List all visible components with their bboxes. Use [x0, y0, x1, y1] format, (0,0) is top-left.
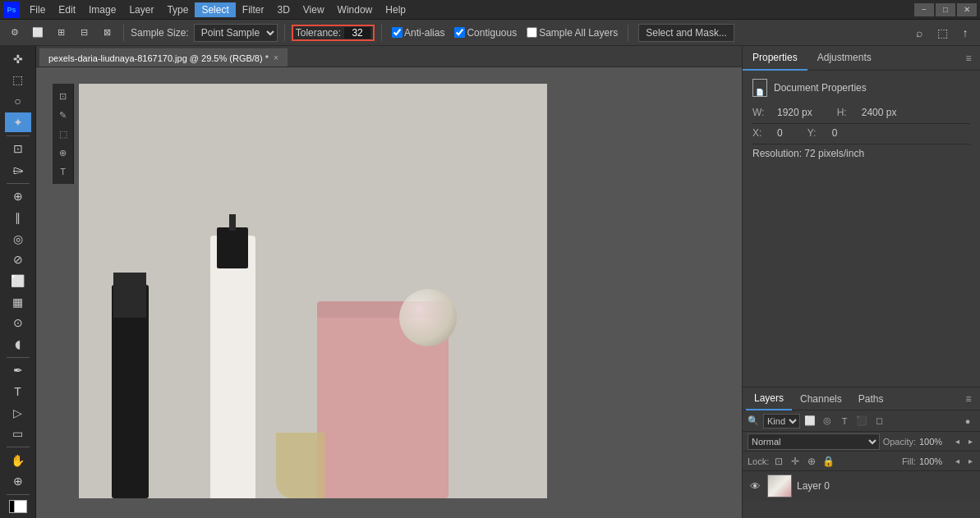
opacity-increase[interactable]: ▸: [965, 437, 975, 447]
tab-properties[interactable]: Properties: [743, 46, 807, 71]
tolerance-input[interactable]: [344, 27, 370, 39]
search-icon: 🔍: [748, 415, 759, 426]
menu-bar: Ps File Edit Image Layer Type Select Fil…: [0, 0, 980, 20]
tool-type[interactable]: T: [5, 382, 31, 401]
menu-window[interactable]: Window: [331, 2, 380, 17]
menu-edit[interactable]: Edit: [52, 2, 82, 17]
opacity-label: Opacity:: [883, 437, 916, 447]
tool-marquee[interactable]: ⬚: [5, 71, 31, 90]
fill-decrease[interactable]: ◂: [952, 456, 962, 466]
properties-menu-button[interactable]: ≡: [960, 50, 977, 66]
fill-increase[interactable]: ▸: [965, 456, 975, 466]
contiguous-label[interactable]: Contiguous: [467, 27, 517, 39]
subtract-selection-button[interactable]: ⊟: [74, 23, 94, 43]
menu-layer[interactable]: Layer: [122, 2, 160, 17]
menu-image[interactable]: Image: [82, 2, 122, 17]
canvas-strip-btn-5[interactable]: T: [54, 163, 72, 181]
decorative-ball: [399, 289, 457, 346]
select-mask-button[interactable]: Select and Mask...: [638, 24, 734, 42]
tool-options-button[interactable]: ⚙: [5, 23, 25, 43]
tool-eyedropper[interactable]: ⌲: [5, 160, 31, 180]
layer-text-filter[interactable]: T: [837, 414, 852, 429]
opacity-value: 100%: [919, 437, 949, 447]
sample-size-select[interactable]: Point Sample: [194, 24, 278, 42]
x-label: X:: [752, 127, 777, 139]
tool-shape[interactable]: ▭: [5, 424, 31, 443]
tool-hand[interactable]: ✋: [5, 451, 31, 470]
tool-move[interactable]: ✜: [5, 49, 31, 69]
canvas-left-strip: ⊡ ✎ ⬚ ⊕ T: [53, 84, 74, 184]
tool-clone[interactable]: ◎: [5, 229, 31, 249]
layers-menu-button[interactable]: ≡: [960, 391, 977, 407]
canvas-area[interactable]: ⊡ ✎ ⬚ ⊕ T: [36, 67, 742, 518]
layer-pixel-filter[interactable]: ⬜: [803, 414, 817, 429]
tool-magic-wand[interactable]: ✦: [5, 112, 31, 132]
tab-close-button[interactable]: ×: [274, 53, 278, 62]
menu-help[interactable]: Help: [379, 2, 412, 17]
layers-kind-select[interactable]: Kind: [763, 414, 800, 429]
canvas-image[interactable]: [79, 84, 547, 498]
layer-shape-filter[interactable]: ◻: [872, 414, 886, 429]
layer-dot-filter[interactable]: ●: [960, 414, 975, 429]
tool-crop[interactable]: ⊡: [5, 139, 31, 158]
menu-select[interactable]: Select: [195, 2, 235, 17]
intersect-selection-button[interactable]: ⊠: [97, 23, 117, 43]
tool-dodge[interactable]: ◖: [5, 334, 31, 354]
close-button[interactable]: ✕: [957, 3, 977, 16]
tool-eraser[interactable]: ⬜: [5, 271, 31, 291]
menu-3d[interactable]: 3D: [270, 2, 296, 17]
maximize-button[interactable]: □: [936, 3, 955, 16]
lock-all-button[interactable]: 🔒: [821, 455, 835, 468]
tool-brush[interactable]: ∥: [5, 208, 31, 227]
canvas-container[interactable]: [79, 84, 547, 498]
new-selection-button[interactable]: ⬜: [28, 23, 48, 43]
contiguous-checkbox[interactable]: [454, 27, 465, 38]
lock-pixel-button[interactable]: ⊡: [772, 455, 785, 468]
tool-separator-2: [7, 183, 30, 184]
layout-icon-button[interactable]: ⬚: [932, 23, 952, 43]
layer-thumb-preview: [768, 475, 791, 497]
menu-filter[interactable]: Filter: [236, 2, 271, 17]
layer-0-item[interactable]: 👁 Layer 0: [743, 471, 980, 501]
tab-paths[interactable]: Paths: [850, 387, 892, 410]
tolerance-group: Tolerance:: [292, 25, 375, 41]
anti-alias-label[interactable]: Anti-alias: [404, 27, 444, 39]
tool-path-select[interactable]: ▷: [5, 403, 31, 423]
anti-alias-checkbox[interactable]: [392, 27, 403, 38]
minimize-button[interactable]: −: [914, 3, 934, 16]
menu-type[interactable]: Type: [160, 2, 195, 17]
tab-channels[interactable]: Channels: [792, 387, 850, 410]
tool-zoom[interactable]: ⊕: [5, 472, 31, 492]
sample-all-label[interactable]: Sample All Layers: [539, 27, 618, 39]
tool-gradient[interactable]: ▦: [5, 292, 31, 312]
layer-visibility-button[interactable]: 👁: [748, 479, 762, 493]
upload-icon-button[interactable]: ↑: [955, 23, 975, 43]
sample-all-checkbox[interactable]: [527, 27, 537, 38]
tool-pen[interactable]: ✒: [5, 360, 31, 380]
foreground-background-colors[interactable]: [7, 498, 29, 515]
lock-position-button[interactable]: ✛: [789, 455, 802, 468]
canvas-strip-btn-2[interactable]: ✎: [54, 106, 72, 124]
search-icon-button[interactable]: ⌕: [909, 23, 929, 43]
y-value: 0: [832, 127, 838, 139]
opacity-decrease[interactable]: ◂: [952, 437, 962, 447]
fill-label: Fill:: [902, 456, 916, 466]
lock-artboard-button[interactable]: ⊕: [805, 455, 818, 468]
menu-view[interactable]: View: [297, 2, 331, 17]
document-tab[interactable]: pexels-daria-liudnaya-8167170.jpg @ 29.5…: [39, 48, 288, 66]
menu-file[interactable]: File: [23, 2, 52, 17]
tab-layers[interactable]: Layers: [746, 387, 792, 410]
blend-mode-select[interactable]: Normal: [748, 433, 880, 450]
add-selection-button[interactable]: ⊞: [51, 23, 71, 43]
tool-blur[interactable]: ⊙: [5, 313, 31, 332]
tool-lasso[interactable]: ○: [5, 91, 31, 111]
canvas-strip-btn-1[interactable]: ⊡: [54, 87, 72, 105]
tab-adjustments[interactable]: Adjustments: [807, 46, 881, 71]
tool-history[interactable]: ⊘: [5, 250, 31, 269]
canvas-strip-btn-3[interactable]: ⬚: [54, 125, 72, 143]
layer-adjustment-filter[interactable]: ◎: [820, 414, 835, 429]
layer-smart-filter[interactable]: ⬛: [854, 414, 869, 429]
tool-healing[interactable]: ⊕: [5, 186, 31, 206]
layers-panel: Layers Channels Paths ≡ 🔍 Kind ⬜ ◎ T ⬛ ◻…: [743, 387, 980, 518]
canvas-strip-btn-4[interactable]: ⊕: [54, 144, 72, 162]
